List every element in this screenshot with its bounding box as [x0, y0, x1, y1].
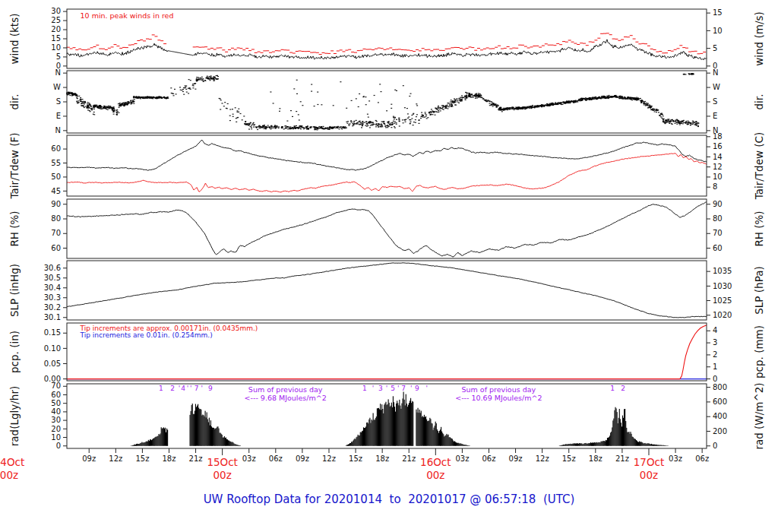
- x-date-label-z: 00z: [426, 469, 444, 481]
- slp-right-tick-label: 1020: [713, 311, 732, 319]
- x-tick-label: 15z: [562, 454, 576, 463]
- wind-right-tick-label: 5: [713, 44, 717, 52]
- rh-left-tick-label: 60: [51, 244, 61, 252]
- panel-pcp: 0.000.050.100.1501234pcp. (in)pcp. (mm)T…: [8, 323, 765, 383]
- rad-sum-marker: 7: [194, 385, 199, 392]
- rad-sum-marker: ': [386, 385, 387, 392]
- uw-rooftop-weather-page: 051015202530051015wind (kts)wind (m/s)10…: [0, 0, 778, 532]
- wind-left-axis-label: wind (kts): [8, 14, 21, 65]
- rh-frame: [67, 199, 707, 258]
- rad-sum-marker: ': [397, 385, 399, 392]
- temp-right-tick-label: 18: [713, 132, 723, 141]
- x-tick-label: 03z: [669, 454, 682, 463]
- wind-left-tick-label: 10: [51, 43, 61, 52]
- x-tick-label: 21z: [615, 454, 629, 463]
- x-tick-label: 12z: [536, 454, 549, 463]
- dir-left-tick-label: N: [55, 68, 61, 77]
- dir-right-tick-label: E: [713, 112, 717, 120]
- rad-right-tick-label: 0: [713, 442, 717, 450]
- x-tick-label: 09z: [82, 454, 96, 463]
- rad-left-tick-label: 60: [51, 391, 61, 399]
- pcp-right-tick-label: 0: [713, 375, 717, 383]
- rad-sum-marker: ': [372, 385, 374, 392]
- rad-left-tick-label: 70: [51, 382, 61, 390]
- panel-rh: 6070809060708090RH (%)RH (%): [8, 199, 765, 258]
- temp-right-tick-label: 8: [713, 182, 717, 191]
- rad-left-tick-label: 30: [51, 416, 61, 424]
- rad-sum-marker: ': [190, 385, 191, 392]
- x-tick-label: 21z: [189, 454, 203, 463]
- x-date-label: 17Oct: [634, 456, 665, 468]
- dir-frame: [67, 71, 707, 133]
- rad-sum-marker: 2: [621, 385, 625, 392]
- rad-sum-marker: 9: [208, 385, 213, 392]
- x-tick-label: 06z: [695, 454, 709, 463]
- dir-left-tick-label: S: [56, 97, 61, 106]
- panel-slp: 30.130.230.330.430.530.61020102510301035…: [8, 261, 765, 321]
- rh-left-tick-label: 90: [51, 200, 61, 208]
- rad-left-axis-label: rad(Lgly/hr): [8, 386, 21, 446]
- rh-right-tick-label: 80: [713, 214, 723, 223]
- rad-bars-series: [131, 392, 669, 446]
- chart-canvas: 051015202530051015wind (kts)wind (m/s)10…: [0, 0, 778, 490]
- x-date-label: 15Oct: [207, 456, 238, 468]
- rad-sum-marker: ': [201, 385, 203, 392]
- panel-rad: 0102030405060700200400600800rad(Lgly/hr)…: [8, 382, 765, 449]
- dir-left-tick-label: N: [55, 126, 61, 135]
- slp-left-tick-label: 30.2: [44, 303, 61, 312]
- pcp-right-tick-label: 2: [713, 350, 717, 359]
- wind-annotation-0: 10 min. peak winds in red: [81, 11, 174, 20]
- rad-right-tick-label: 600: [713, 397, 727, 406]
- x-tick-label: 09z: [296, 454, 309, 463]
- temp-line-series: [67, 141, 707, 171]
- panel-wind: 051015202530051015wind (kts)wind (m/s)10…: [8, 7, 765, 70]
- x-date-label: 14Oct: [0, 456, 24, 468]
- temp-right-tick-label: 12: [713, 163, 723, 171]
- x-tick-label: 03z: [455, 454, 469, 463]
- rad-right-axis-label: rad (W/m^2): [753, 382, 765, 449]
- x-tick-label: 18z: [589, 454, 602, 463]
- rad-left-tick-label: 50: [51, 399, 61, 407]
- wind-left-tick-label: 25: [51, 16, 61, 24]
- dir-left-axis-label: dir.: [8, 94, 21, 110]
- x-tick-label: 06z: [269, 454, 283, 463]
- rad-sum-marker: 5: [391, 385, 395, 392]
- rad-sum-marker: 4: [181, 385, 185, 392]
- slp-left-axis-label: SLP (inHg): [8, 264, 21, 317]
- rh-left-axis-label: RH (%): [8, 211, 21, 246]
- wind-left-tick-label: 15: [51, 34, 61, 43]
- pcp-annotation-1: Tip increments are 0.01in. (0.254mm.): [80, 331, 213, 339]
- rad-annotation-3: <--- 10.69 MJoules/m^2: [455, 394, 542, 402]
- rad-sum-marker: 3: [378, 385, 383, 392]
- dir-left-tick-label: E: [56, 112, 61, 120]
- rad-sum-marker: ': [187, 385, 188, 392]
- temp-right-tick-label: 14: [713, 153, 723, 161]
- temp-frame: [67, 135, 707, 196]
- pcp-left-tick-label: 0.10: [44, 344, 61, 353]
- slp-frame: [67, 261, 707, 320]
- rad-left-tick-label: 10: [51, 433, 61, 442]
- temp-left-tick-label: 60: [51, 144, 61, 153]
- panel-temp: 4550556081012141618Tair/Tdew (F)Tair/Tde…: [8, 132, 765, 201]
- x-date-label-z: 00z: [640, 469, 658, 481]
- pcp-right-tick-label: 4: [713, 326, 717, 334]
- x-tick-label: 09z: [509, 454, 523, 463]
- temp-right-tick-label: 10: [713, 173, 723, 181]
- chart-title: UW Rooftop Data for 20201014 to 20201017…: [0, 492, 778, 506]
- dir-scatter-series: [66, 73, 699, 130]
- slp-right-tick-label: 1035: [713, 267, 732, 275]
- rad-sum-marker: 2: [170, 385, 175, 392]
- rad-right-tick-label: 800: [713, 383, 727, 391]
- rad-annotation-2: Sum of previous day: [462, 385, 536, 394]
- rad-sum-marker: 1: [159, 385, 163, 392]
- rad-sum-marker: ': [179, 385, 180, 392]
- x-tick-label: 03z: [242, 454, 256, 463]
- x-date-label-z: 00z: [0, 469, 18, 481]
- rad-sum-marker: 9: [415, 385, 419, 392]
- dir-right-tick-label: W: [713, 83, 720, 91]
- slp-line-series: [67, 263, 707, 318]
- x-tick-label: 15z: [135, 454, 149, 463]
- panel-dir: NESWNNESWNdir.dir.: [8, 68, 765, 135]
- x-tick-label: 15z: [349, 454, 362, 463]
- rh-right-tick-label: 90: [713, 200, 723, 208]
